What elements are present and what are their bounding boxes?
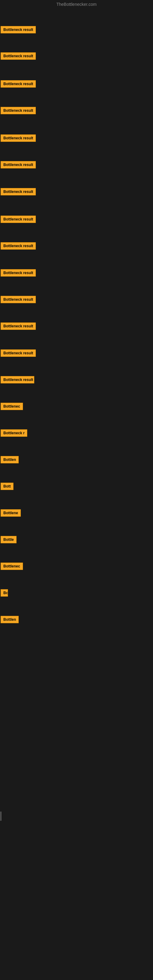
bottleneck-result-badge[interactable]: Bottleneck result	[1, 134, 36, 142]
bottleneck-row: Bottleneck result	[1, 188, 36, 197]
bottleneck-result-badge[interactable]: Bottleneck result	[1, 296, 36, 303]
bottleneck-row: Bottle	[1, 536, 16, 544]
bottleneck-row: Bottlen	[1, 456, 19, 465]
bottleneck-result-badge[interactable]: Bottlene	[1, 509, 21, 517]
bottleneck-row: Bottleneck result	[1, 216, 36, 224]
bottleneck-row: Bottleneck result	[1, 269, 36, 278]
bottleneck-result-badge[interactable]: Bottlen	[1, 456, 19, 463]
bottleneck-row: Bottleneck result	[1, 52, 36, 61]
bottleneck-result-badge[interactable]: Bottlen	[1, 616, 19, 623]
bottleneck-row: Bottleneck result	[1, 134, 36, 143]
bottleneck-result-badge[interactable]: Bo	[1, 589, 8, 597]
bottleneck-result-badge[interactable]: Bottleneck result	[1, 216, 36, 223]
bottleneck-result-badge[interactable]: Bottleneck result	[1, 161, 36, 169]
bottleneck-result-badge[interactable]: Bottleneck result	[1, 26, 36, 33]
bottleneck-result-badge[interactable]: Bottleneck r	[1, 430, 27, 437]
bottleneck-row: Bottlen	[1, 616, 19, 624]
bottleneck-result-badge[interactable]: Bottleneck result	[1, 376, 34, 383]
bottleneck-row: Bottlenec	[1, 563, 23, 571]
bottleneck-row: Bottlene	[1, 509, 21, 518]
bottleneck-result-badge[interactable]: Bottleneck result	[1, 80, 36, 88]
bottleneck-result-badge[interactable]: Bottleneck result	[1, 107, 36, 114]
bottleneck-result-badge[interactable]: Bott	[1, 483, 13, 490]
bottleneck-row: Bottleneck result	[1, 350, 36, 358]
site-title: TheBottlenecker.com	[0, 0, 153, 9]
bottleneck-row: Bottleneck result	[1, 161, 36, 170]
bottleneck-row: Bott	[1, 483, 13, 491]
bottleneck-result-badge[interactable]: Bottleneck result	[1, 242, 36, 250]
bottleneck-row: Bottleneck result	[1, 242, 36, 251]
bottleneck-row: Bo	[1, 589, 8, 598]
bottleneck-result-badge[interactable]: Bottleneck result	[1, 269, 36, 277]
bottleneck-result-badge[interactable]: Bottleneck result	[1, 350, 36, 357]
bottleneck-row: Bottleneck result	[1, 296, 36, 304]
bottleneck-result-badge[interactable]: Bottle	[1, 536, 16, 543]
bottleneck-result-badge[interactable]: Bottleneck result	[1, 188, 36, 196]
bottleneck-row: Bottlenec	[1, 403, 23, 411]
bottleneck-row: Bottleneck r	[1, 430, 27, 438]
bottleneck-result-badge[interactable]: Bottlenec	[1, 563, 23, 570]
bottleneck-row: Bottleneck result	[1, 107, 36, 115]
bottleneck-result-badge[interactable]: Bottlenec	[1, 403, 23, 410]
bottleneck-row: Bottleneck result	[1, 80, 36, 89]
bottleneck-row: Bottleneck result	[1, 26, 36, 35]
bottleneck-result-badge[interactable]: Bottleneck result	[1, 52, 36, 60]
bottleneck-row: Bottleneck result	[1, 323, 36, 331]
bottleneck-result-badge[interactable]: Bottleneck result	[1, 323, 36, 330]
bottleneck-row: Bottleneck result	[1, 376, 34, 385]
cursor-line	[1, 811, 1, 821]
